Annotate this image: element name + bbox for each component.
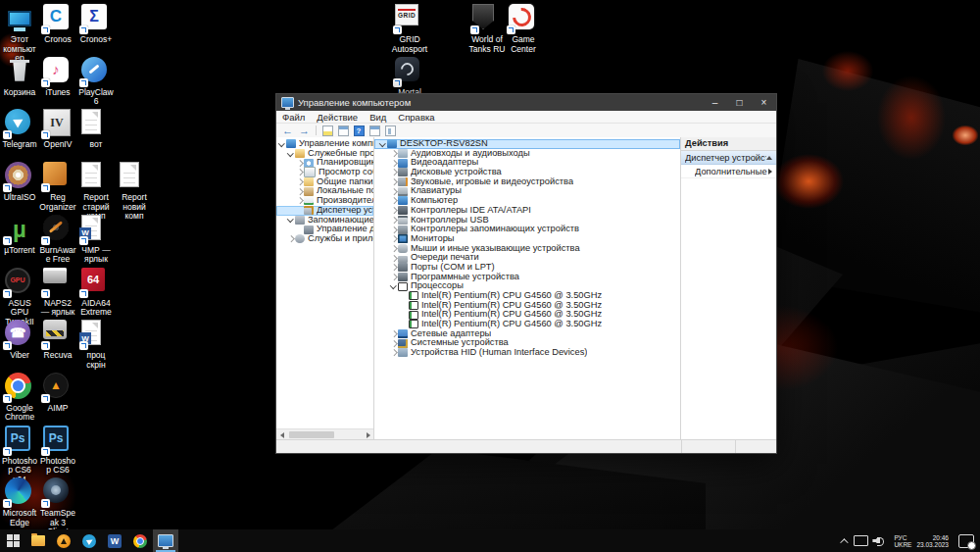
desktop-icon-playclaw-6[interactable]: PlayClaw 6 [77, 57, 115, 107]
tree-item-порты-com-и-lpt[interactable]: Порты (COM и LPT) [374, 263, 680, 273]
tree-item-intel-r-pentium-r-cpu-g4560-3-50ghz[interactable]: Intel(R) Pentium(R) CPU G4560 @ 3.50GHz [374, 301, 680, 311]
chevron-right-icon[interactable] [296, 178, 304, 186]
volume-icon[interactable] [872, 535, 885, 546]
desktop-icon-вот[interactable]: вот [77, 109, 115, 150]
tree-item-аудиовходы-и-аудиовыходы[interactable]: Аудиовходы и аудиовыходы [374, 149, 680, 159]
tree-item-компьютер[interactable]: Компьютер [374, 196, 680, 206]
chevron-right-icon[interactable] [296, 159, 304, 167]
desktop-icon-ultraiso[interactable]: UltraISO [1, 162, 38, 203]
desktop-icon-photoshop-cs6-x64[interactable]: PsPhotoshop CS6 x64 [1, 426, 38, 485]
help-icon[interactable]: ? [354, 125, 365, 136]
tree-item-устройства-hid-human-interface-devices[interactable]: Устройства HID (Human Interface Devices) [374, 348, 680, 358]
actions-more-actions[interactable]: Дополнительные дей... [681, 165, 776, 178]
export-list-icon[interactable] [322, 125, 333, 136]
chevron-right-icon[interactable] [390, 273, 398, 280]
chevron-right-icon[interactable] [390, 207, 398, 215]
desktop-icon-aimp[interactable]: ▲AIMP [39, 373, 76, 414]
taskbar-telegram-icon[interactable] [76, 529, 102, 552]
desktop-icon-naps2-ярлык[interactable]: NAPS2 — ярлык [39, 268, 76, 318]
desktop-icon-чмр-ярлык[interactable]: WЧМР — ярлык [77, 215, 115, 265]
back-icon[interactable]: ← [279, 125, 296, 136]
desktop-icon-microsoft-edge[interactable]: Microsoft Edge [1, 477, 38, 527]
tree-item-контроллеры-запоминающих-устройств[interactable]: Контроллеры запоминающих устройств [374, 225, 680, 234]
desktop-icon-google-chrome[interactable]: Google Chrome [1, 373, 38, 423]
desktop-icon-itunes[interactable]: ♪iTunes [39, 57, 76, 98]
desktop-icon-aida64-extreme[interactable]: 64AIDA64 Extreme [77, 268, 115, 318]
desktop-icon-reg-organizer[interactable]: Reg Organizer [39, 162, 76, 212]
tree-item-общие-папки[interactable]: Общие папки [276, 177, 373, 187]
chevron-right-icon[interactable] [296, 169, 304, 176]
tree-item-управление-дисками[interactable]: Управление дисками [276, 225, 373, 234]
tree-item-видеоадаптеры[interactable]: Видеоадаптеры [374, 158, 680, 168]
minimize-button[interactable]: – [703, 94, 727, 111]
chevron-right-icon[interactable] [287, 235, 295, 243]
desktop-icon-проц-скрін[interactable]: Wпроц скрін [77, 320, 115, 370]
expand-icon[interactable] [768, 169, 772, 175]
chevron-right-icon[interactable] [390, 244, 398, 252]
window-titlebar[interactable]: Управление компьютером – □ × [276, 94, 776, 111]
tree-item-служебные-программы[interactable]: Служебные программы [276, 149, 373, 159]
chevron-right-icon[interactable] [390, 349, 398, 357]
close-button[interactable]: × [752, 94, 776, 111]
taskbar-word-icon[interactable]: W [102, 529, 127, 552]
chevron-right-icon[interactable] [390, 187, 398, 195]
desktop-icon-report-старий-комп[interactable]: Report старий комп [77, 162, 115, 222]
tree-item-управление-компьютером-л[interactable]: Управление компьютером (л [276, 139, 373, 149]
taskbar-chrome-icon[interactable] [127, 529, 153, 552]
desktop-icon-корзина[interactable]: Корзина [1, 57, 38, 98]
desktop-icon-recuva[interactable]: Recuva [39, 320, 76, 361]
tree-item-звуковые-игровые-и-видеоустройства[interactable]: Звуковые, игровые и видеоустройства [374, 177, 680, 187]
tree-item-сетевые-адаптеры[interactable]: Сетевые адаптеры [374, 329, 680, 339]
desktop-icon-grid-autosport[interactable]: GRIDGRID Autosport [387, 4, 432, 54]
tree-item-desktop-rsv82sn[interactable]: DESKTOP-RSV82SN [374, 139, 680, 149]
tree-item-intel-r-pentium-r-cpu-g4560-3-50ghz[interactable]: Intel(R) Pentium(R) CPU G4560 @ 3.50GHz [374, 320, 680, 329]
taskbar-aimp-icon[interactable] [51, 529, 76, 552]
window-icon[interactable] [369, 125, 380, 136]
chevron-right-icon[interactable] [390, 169, 398, 176]
menu-help[interactable]: Справка [392, 112, 440, 123]
forward-icon[interactable]: → [296, 125, 313, 136]
tree-item-локальные-пользовател[interactable]: Локальные пользовател [276, 186, 373, 196]
tree-item-системные-устройства[interactable]: Системные устройства [374, 338, 680, 348]
desktop-icon-report-новий-комп[interactable]: Report новий комп [116, 162, 153, 222]
chevron-right-icon[interactable] [390, 150, 398, 158]
tree-item-запоминающие-устройств[interactable]: Запоминающие устройств [276, 216, 373, 226]
menu-view[interactable]: Вид [364, 112, 392, 123]
chevron-down-icon[interactable] [287, 216, 295, 224]
collapse-icon[interactable] [766, 156, 772, 160]
tree-item-производительность[interactable]: Производительность [276, 196, 373, 206]
desktop-icon-photoshop-cs6[interactable]: PsPhotoshop CS6 [39, 426, 76, 476]
chevron-down-icon[interactable] [278, 140, 286, 148]
tree-item-контроллеры-usb[interactable]: Контроллеры USB [374, 216, 680, 226]
desktop-icon-asus-gpu-tweakii[interactable]: GPUASUS GPU TweakII [1, 268, 38, 327]
chevron-down-icon[interactable] [379, 140, 387, 148]
chevron-right-icon[interactable] [390, 226, 398, 233]
chevron-down-icon[interactable] [287, 150, 295, 158]
chevron-right-icon[interactable] [390, 264, 398, 272]
tree-item-intel-r-pentium-r-cpu-g4560-3-50ghz[interactable]: Intel(R) Pentium(R) CPU G4560 @ 3.50GHz [374, 310, 680, 320]
tree-item-планировщик-заданий[interactable]: Планировщик заданий [276, 158, 373, 168]
desktop-icon-burnaware-free[interactable]: BurnAware Free [39, 215, 76, 265]
tree-item-контроллеры-ide-ata-atapi[interactable]: Контроллеры IDE ATA/ATAPI [374, 206, 680, 216]
display-tray-icon[interactable] [854, 535, 868, 546]
actions-group-device-manager[interactable]: Диспетчер устройств [681, 151, 776, 165]
desktop-icon-этот-компьютер[interactable]: Этот компьютер [1, 4, 38, 64]
tree-item-дисковые-устройства[interactable]: Дисковые устройства [374, 168, 680, 177]
menu-file[interactable]: Файл [276, 112, 311, 123]
tree-item-мониторы[interactable]: Мониторы [374, 234, 680, 244]
chevron-right-icon[interactable] [390, 330, 398, 338]
scrollbar-thumb[interactable] [289, 431, 334, 438]
language-indicator[interactable]: РУС UKRE [894, 534, 911, 548]
tree-item-службы-и-приложения[interactable]: Службы и приложения [276, 234, 373, 244]
clock[interactable]: 20:46 23.03.2023 [916, 534, 949, 548]
chevron-down-icon[interactable] [390, 282, 398, 290]
menu-action[interactable]: Действие [311, 112, 364, 123]
action-pane-icon[interactable] [385, 125, 396, 136]
tree-item-intel-r-pentium-r-cpu-g4560-3-50ghz[interactable]: Intel(R) Pentium(R) CPU G4560 @ 3.50GHz [374, 291, 680, 301]
chevron-right-icon[interactable] [390, 197, 398, 205]
taskbar-start-button[interactable] [0, 529, 25, 552]
chevron-right-icon[interactable] [390, 178, 398, 186]
tray-overflow-chevron-icon[interactable] [836, 538, 850, 544]
desktop-icon-cronos[interactable]: CCronos [39, 4, 76, 45]
tree-item-процессоры[interactable]: Процессоры [374, 281, 680, 291]
